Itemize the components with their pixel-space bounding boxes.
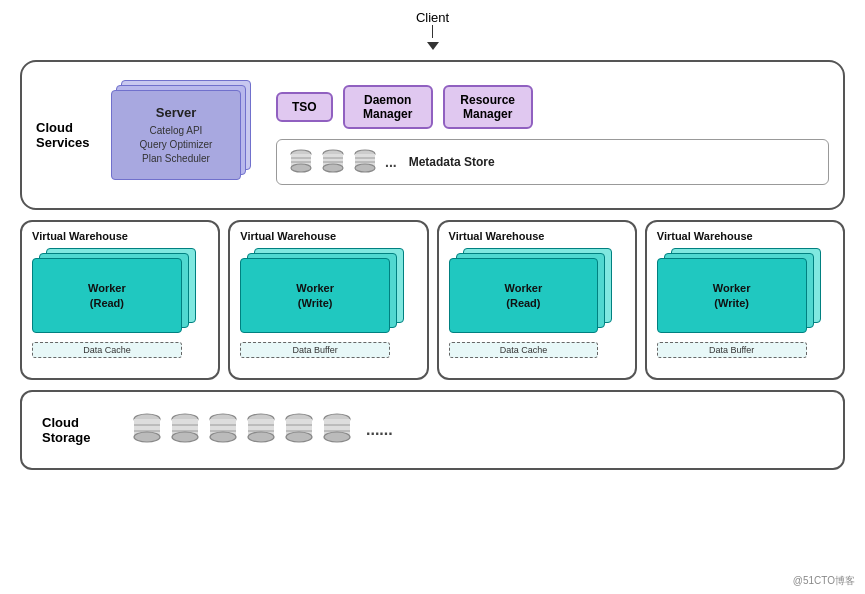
client-section: Client	[20, 10, 845, 50]
cloud-right: TSO DaemonManager ResourceManager	[276, 85, 829, 185]
server-card-front: Server Catelog APIQuery OptimizerPlan Sc…	[111, 90, 241, 180]
worker-stack-4: Worker(Write) Data Buffer	[657, 248, 833, 358]
db-icon-2	[321, 148, 345, 176]
svg-point-42	[324, 432, 350, 442]
svg-point-22	[172, 432, 198, 442]
db-icon-1	[289, 148, 313, 176]
worker-card-3-front: Worker(Read)	[449, 258, 599, 333]
arrow-line	[432, 25, 433, 38]
data-buffer-label-4: Data Buffer	[657, 342, 807, 358]
metadata-dots: ...	[385, 154, 397, 170]
cloud-storage-box: CloudStorage	[20, 390, 845, 470]
worker-stack-1: Worker(Read) Data Cache	[32, 248, 208, 358]
svg-point-27	[210, 432, 236, 442]
storage-icons: ......	[132, 412, 393, 448]
storage-db-icon-5	[284, 412, 314, 448]
svg-point-37	[286, 432, 312, 442]
svg-point-7	[323, 164, 343, 172]
svg-point-32	[248, 432, 274, 442]
tso-box: TSO	[276, 92, 333, 122]
daemon-manager-box: DaemonManager	[343, 85, 433, 129]
data-cache-label-3: Data Cache	[449, 342, 599, 358]
watermark: @51CTO博客	[793, 574, 855, 588]
metadata-store-label: Metadata Store	[409, 155, 495, 169]
vw-label-2: Virtual Warehouse	[240, 230, 416, 242]
storage-db-icon-3	[208, 412, 238, 448]
vw-label-3: Virtual Warehouse	[449, 230, 625, 242]
worker-card-1-front: Worker(Read)	[32, 258, 182, 333]
worker-card-4-front: Worker(Write)	[657, 258, 807, 333]
worker-title-3: Worker(Read)	[505, 281, 543, 310]
svg-point-12	[355, 164, 375, 172]
virtual-warehouse-3: Virtual Warehouse Worker(Read) Data Cach…	[437, 220, 637, 380]
vw-label-4: Virtual Warehouse	[657, 230, 833, 242]
metadata-store-row: ... Metadata Store	[276, 139, 829, 185]
arrow-down-icon	[427, 42, 439, 50]
vw-label-1: Virtual Warehouse	[32, 230, 208, 242]
cloud-top-row: TSO DaemonManager ResourceManager	[276, 85, 829, 129]
storage-db-icon-4	[246, 412, 276, 448]
warehouses-row: Virtual Warehouse Worker(Read) Data Cach…	[20, 220, 845, 380]
client-label: Client	[416, 10, 449, 25]
cloud-services-box: CloudServices Server Catelog APIQuery Op…	[20, 60, 845, 210]
storage-db-icon-6	[322, 412, 352, 448]
virtual-warehouse-1: Virtual Warehouse Worker(Read) Data Cach…	[20, 220, 220, 380]
worker-stack-2: Worker(Write) Data Buffer	[240, 248, 416, 358]
svg-point-17	[134, 432, 160, 442]
server-subtitle: Catelog APIQuery OptimizerPlan Scheduler	[140, 124, 213, 166]
data-cache-label-1: Data Cache	[32, 342, 182, 358]
resource-manager-box: ResourceManager	[443, 85, 533, 129]
cloud-services-label: CloudServices	[36, 120, 91, 150]
svg-point-2	[291, 164, 311, 172]
storage-db-icon-1	[132, 412, 162, 448]
worker-title-2: Worker(Write)	[296, 281, 334, 310]
storage-db-icon-2	[170, 412, 200, 448]
virtual-warehouse-4: Virtual Warehouse Worker(Write) Data Buf…	[645, 220, 845, 380]
diagram-container: Client CloudServices Server Catelog APIQ…	[0, 0, 865, 594]
worker-title-1: Worker(Read)	[88, 281, 126, 310]
worker-card-2-front: Worker(Write)	[240, 258, 390, 333]
db-icon-3	[353, 148, 377, 176]
cloud-storage-label: CloudStorage	[42, 415, 112, 445]
server-title: Server	[156, 105, 196, 120]
worker-title-4: Worker(Write)	[713, 281, 751, 310]
server-stack: Server Catelog APIQuery OptimizerPlan Sc…	[111, 80, 256, 190]
data-buffer-label-2: Data Buffer	[240, 342, 390, 358]
worker-stack-3: Worker(Read) Data Cache	[449, 248, 625, 358]
storage-dots: ......	[366, 421, 393, 439]
virtual-warehouse-2: Virtual Warehouse Worker(Write) Data Buf…	[228, 220, 428, 380]
